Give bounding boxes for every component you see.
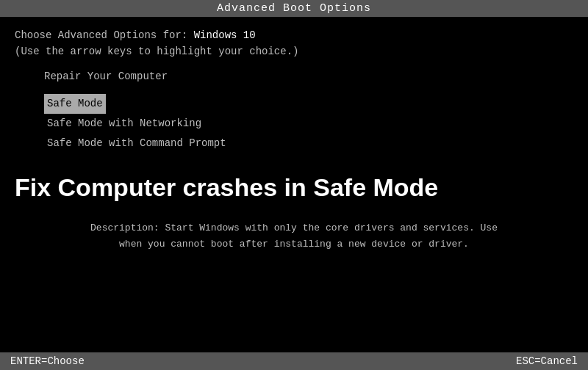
description-line1: Description: Start Windows with only the… <box>15 220 573 236</box>
description-line2: when you cannot boot after installing a … <box>15 236 573 253</box>
intro-os: Windows 10 <box>194 29 256 41</box>
menu-item-safe-mode-networking[interactable]: Safe Mode with Networking <box>44 114 204 134</box>
menu-item-wrapper-2: Safe Mode with Networking <box>44 114 573 134</box>
intro-prefix: Choose Advanced Options for: <box>15 29 194 41</box>
intro-instruction: (Use the arrow keys to highlight your ch… <box>15 46 298 57</box>
article-title-section: Fix Computer crashes in Safe Mode <box>0 161 588 210</box>
description-section: Description: Start Windows with only the… <box>0 210 588 260</box>
boot-section: Choose Advanced Options for: Windows 10 … <box>0 17 588 161</box>
menu-item-safe-mode[interactable]: Safe Mode <box>44 94 106 114</box>
menu-item-wrapper-3: Safe Mode with Command Prompt <box>44 134 573 153</box>
title-bar-text: Advanced Boot Options <box>217 2 371 15</box>
menu-item-wrapper-1: Safe Mode <box>44 94 573 114</box>
article-title: Fix Computer crashes in Safe Mode <box>15 173 573 203</box>
boot-intro: Choose Advanced Options for: Windows 10 … <box>15 27 573 60</box>
title-bar: Advanced Boot Options <box>0 0 588 17</box>
menu-item-safe-mode-cmd[interactable]: Safe Mode with Command Prompt <box>44 134 229 153</box>
screen: Advanced Boot Options Choose Advanced Op… <box>0 0 588 370</box>
esc-label: ESC=Cancel <box>516 355 578 367</box>
menu-list: Safe Mode Safe Mode with Networking Safe… <box>15 94 573 154</box>
bottom-bar: ENTER=Choose ESC=Cancel <box>0 352 588 370</box>
description-text: Description: Start Windows with only the… <box>15 220 573 253</box>
enter-label: ENTER=Choose <box>10 355 85 367</box>
repair-option[interactable]: Repair Your Computer <box>15 70 573 82</box>
